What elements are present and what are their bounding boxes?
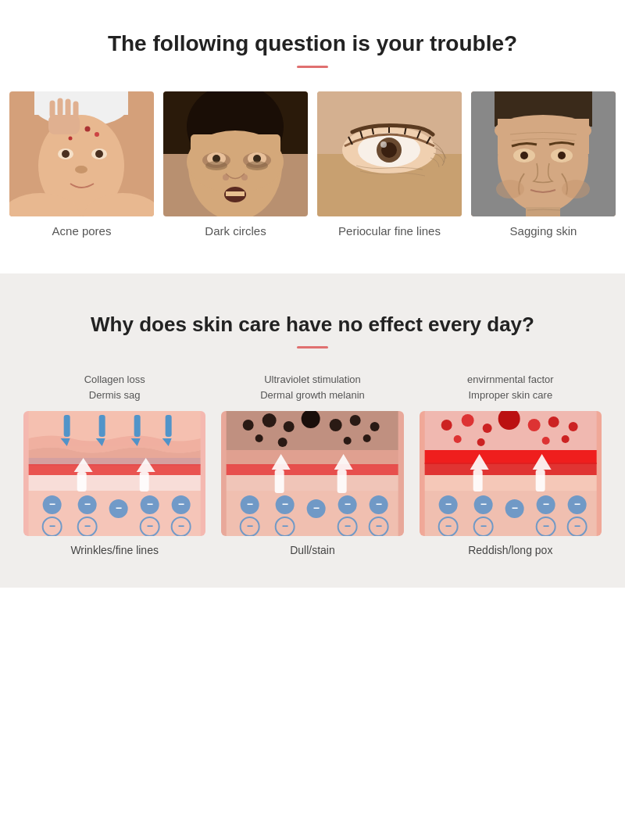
svg-text:−: − xyxy=(573,498,580,510)
diagram-item-reddish: envirnmental factor Improper skin care xyxy=(420,372,602,556)
svg-text:−: − xyxy=(573,520,580,532)
svg-rect-160 xyxy=(473,470,482,491)
svg-text:−: − xyxy=(282,498,288,510)
svg-point-145 xyxy=(461,414,473,427)
svg-point-149 xyxy=(548,416,559,427)
svg-point-65 xyxy=(558,152,566,159)
svg-point-47 xyxy=(380,141,387,148)
diag1-label-bottom: Wrinkles/fine lines xyxy=(70,544,159,556)
svg-point-14 xyxy=(95,132,99,137)
svg-text:−: − xyxy=(313,502,320,514)
svg-rect-156 xyxy=(424,463,596,475)
svg-text:−: − xyxy=(147,520,153,532)
svg-text:−: − xyxy=(147,498,153,510)
svg-rect-121 xyxy=(275,470,284,493)
svg-rect-38 xyxy=(226,191,245,196)
skin-img-sagging xyxy=(471,91,616,216)
svg-point-63 xyxy=(520,152,528,159)
svg-rect-26 xyxy=(191,134,280,173)
svg-point-9 xyxy=(95,150,103,158)
section1-title: The following question is your trouble? xyxy=(16,31,609,56)
svg-point-110 xyxy=(350,415,361,426)
diag3-label-bottom: Reddish/long pox xyxy=(468,544,552,556)
svg-text:−: − xyxy=(480,520,486,532)
svg-point-154 xyxy=(561,435,569,443)
svg-point-10 xyxy=(75,166,88,173)
svg-text:−: − xyxy=(542,520,548,532)
svg-rect-116 xyxy=(227,450,398,466)
skin-item-finelines: Periocular fine lines xyxy=(317,91,462,238)
svg-rect-117 xyxy=(227,464,398,475)
svg-point-66 xyxy=(496,180,524,198)
svg-text:−: − xyxy=(345,498,351,510)
svg-point-7 xyxy=(62,150,70,158)
svg-point-146 xyxy=(482,424,491,433)
svg-rect-79 xyxy=(166,415,172,437)
diag3-label-top: envirnmental factor Improper skin care xyxy=(467,372,554,403)
svg-text:−: − xyxy=(282,520,288,532)
diag2-label-bottom: Dull/stain xyxy=(290,544,335,556)
svg-point-33 xyxy=(205,161,227,170)
svg-rect-2 xyxy=(34,91,128,115)
diag2-box: − − − − − − xyxy=(221,411,403,536)
skin-conditions-grid: Acne pores xyxy=(16,91,609,238)
svg-text:−: − xyxy=(345,520,351,532)
svg-text:−: − xyxy=(178,520,184,532)
svg-point-144 xyxy=(441,420,452,431)
svg-point-148 xyxy=(527,419,540,431)
svg-point-114 xyxy=(344,437,352,445)
diag1-label-top: Collagen loss Dermis sag xyxy=(84,372,145,403)
svg-text:−: − xyxy=(542,498,548,510)
skin-label-sagging: Sagging skin xyxy=(510,224,577,238)
svg-point-113 xyxy=(278,438,288,447)
svg-rect-157 xyxy=(424,475,596,491)
svg-point-105 xyxy=(243,420,254,431)
diag2-label-top: Ultraviolet stimulation Dermal growth me… xyxy=(260,372,365,403)
svg-text:−: − xyxy=(84,498,91,510)
svg-rect-123 xyxy=(338,470,347,493)
svg-text:−: − xyxy=(84,520,91,532)
svg-text:−: − xyxy=(511,502,517,514)
svg-rect-70 xyxy=(29,464,201,475)
svg-rect-71 xyxy=(29,475,201,491)
svg-rect-155 xyxy=(424,450,596,464)
accent-divider xyxy=(297,66,328,68)
svg-rect-73 xyxy=(64,415,70,437)
svg-rect-118 xyxy=(227,475,398,491)
svg-point-153 xyxy=(541,437,549,445)
svg-text:−: − xyxy=(445,520,451,532)
svg-point-151 xyxy=(453,435,461,443)
svg-text:−: − xyxy=(49,498,55,510)
svg-rect-84 xyxy=(140,472,149,491)
svg-point-111 xyxy=(370,422,380,431)
svg-point-106 xyxy=(262,413,277,427)
diagram-item-wrinkles: Collagen loss Dermis sag xyxy=(23,372,205,556)
svg-rect-68 xyxy=(526,207,560,216)
svg-point-152 xyxy=(477,438,484,446)
svg-rect-82 xyxy=(77,472,87,491)
diagram-item-dull: Ultraviolet stimulation Dermal growth me… xyxy=(221,372,403,556)
svg-text:−: − xyxy=(247,498,253,510)
svg-text:−: − xyxy=(480,498,486,510)
svg-text:−: − xyxy=(49,520,55,532)
section2-title: Why does skin care have no effect every … xyxy=(23,313,602,337)
diag1-box: − − − − − − xyxy=(23,411,205,536)
skin-img-finelines xyxy=(317,91,462,216)
svg-rect-61 xyxy=(498,119,589,154)
svg-rect-75 xyxy=(99,415,105,437)
skin-img-dark xyxy=(163,91,308,216)
skin-img-acne xyxy=(9,91,154,216)
skin-item-sagging: Sagging skin xyxy=(471,91,616,238)
diagram-grid: Collagen loss Dermis sag xyxy=(23,372,602,556)
svg-text:−: − xyxy=(247,520,253,532)
section-trouble: The following question is your trouble? xyxy=(0,0,625,273)
svg-text:−: − xyxy=(376,498,382,510)
svg-point-13 xyxy=(85,127,91,132)
svg-rect-39 xyxy=(220,207,249,216)
section-skincare: Why does skin care have no effect every … xyxy=(0,273,625,588)
svg-text:−: − xyxy=(445,498,451,510)
skin-label-dark: Dark circles xyxy=(205,224,266,238)
svg-text:−: − xyxy=(376,520,382,532)
svg-point-67 xyxy=(562,180,590,198)
skin-item-dark: Dark circles xyxy=(163,91,308,238)
